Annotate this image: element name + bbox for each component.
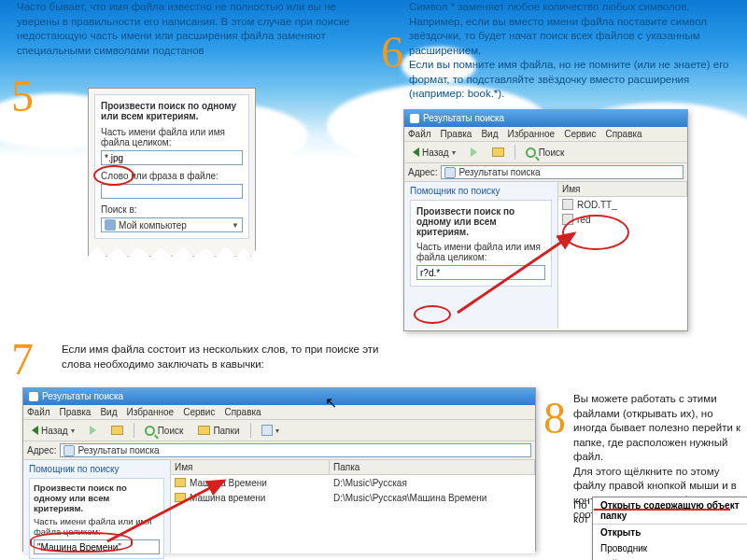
results-icon: [63, 445, 75, 456]
back-button[interactable]: Назад▾: [408, 146, 460, 160]
chevron-down-icon: ▼: [232, 221, 239, 230]
filename-input[interactable]: *.jpg: [101, 150, 243, 165]
folder-icon: [175, 478, 186, 487]
searchin-dropdown[interactable]: Мой компьютер ▼: [101, 217, 243, 232]
search-label: Поиск: [539, 147, 565, 158]
filename-label: Часть имени файла или имя файла целиком:: [416, 242, 545, 262]
up-icon: [111, 426, 123, 435]
results-list: Имя Папка Машина Времени D:\Music\Русска…: [171, 460, 535, 553]
up-button[interactable]: [106, 424, 128, 437]
section6-text: Символ * заменяет любое количество любых…: [409, 0, 734, 102]
menu-view[interactable]: Вид: [481, 129, 498, 139]
section8-tail-mid: кот: [573, 512, 589, 527]
menu-help[interactable]: Справка: [605, 129, 641, 139]
file-folder: D:\Music\Русская\Машина Времени: [333, 493, 486, 503]
ctx-explorer[interactable]: Проводник: [593, 540, 747, 556]
menu-edit[interactable]: Правка: [60, 407, 92, 417]
section-number-6: 6: [381, 26, 403, 77]
menu-tools[interactable]: Сервис: [183, 407, 215, 417]
ctx-find[interactable]: Найти...: [593, 556, 747, 560]
filename-label: Часть имени файла или имя файла целиком:: [101, 127, 243, 147]
results-list: Имя ROD.TT_ red: [558, 182, 687, 329]
back-label: Назад: [422, 147, 449, 158]
search-heading: Произвести поиск по одному или всем крит…: [416, 206, 545, 237]
address-bar: Адрес: Результаты поиска: [23, 441, 535, 460]
forward-icon: [90, 426, 96, 435]
forward-icon: [471, 147, 477, 157]
search-heading: Произвести поиск по одному или всем крит…: [34, 483, 160, 513]
address-label: Адрес:: [27, 445, 56, 455]
ctx-open-containing[interactable]: Открыть содержащую объект папку: [593, 497, 747, 525]
column-header-name[interactable]: Имя: [171, 460, 330, 475]
file-folder: D:\Music\Русская: [333, 478, 407, 488]
up-button[interactable]: [487, 146, 509, 159]
cursor-icon: ↖: [325, 394, 337, 412]
views-icon: [261, 425, 273, 436]
column-header-name[interactable]: Имя: [558, 182, 687, 197]
menubar: Файл Правка Вид Избранное Сервис Справка: [404, 127, 687, 142]
menu-help[interactable]: Справка: [224, 407, 261, 417]
address-value: Результаты поиска: [458, 167, 540, 177]
searchin-label: Поиск в:: [101, 204, 243, 215]
forward-button[interactable]: [466, 146, 482, 159]
file-name: Машина Времени: [190, 478, 333, 488]
file-icon: [562, 214, 573, 225]
menu-fav[interactable]: Избранное: [507, 129, 555, 139]
address-field[interactable]: Результаты поиска: [441, 165, 684, 179]
window-title: Результаты поиска: [423, 110, 504, 127]
section-number-8: 8: [543, 392, 566, 443]
filename-input[interactable]: "Машина Времени": [34, 539, 160, 554]
folders-icon: [198, 426, 210, 435]
menu-fav[interactable]: Избранное: [126, 407, 174, 417]
search-button[interactable]: Поиск: [521, 146, 570, 160]
menu-edit[interactable]: Правка: [441, 129, 472, 139]
back-button[interactable]: Назад▾: [27, 424, 79, 438]
ctx-open[interactable]: Открыть: [593, 525, 747, 540]
up-icon: [492, 147, 504, 157]
search-icon: [145, 426, 155, 436]
file-icon: [562, 199, 573, 210]
filename-input[interactable]: r?d.*: [416, 265, 545, 280]
phrase-label: Слово или фраза в файле:: [101, 171, 243, 181]
search-sidebar: Помощник по поиску Произвести поиск по о…: [23, 460, 171, 553]
file-name: red: [577, 215, 590, 225]
address-bar: Адрес: Результаты поиска: [404, 163, 687, 182]
phrase-input[interactable]: [101, 184, 243, 199]
folders-button[interactable]: Папки: [193, 424, 244, 438]
filename-value: r?d.*: [420, 268, 440, 278]
menu-file[interactable]: Файл: [408, 129, 431, 139]
column-header-folder[interactable]: Папка: [330, 460, 535, 475]
sidebar-head: Помощник по поиску: [23, 460, 170, 476]
address-label: Адрес:: [408, 167, 437, 177]
address-value: Результаты поиска: [78, 445, 159, 455]
filename-value: *.jpg: [105, 153, 123, 163]
window-title: Результаты поиска: [42, 388, 123, 405]
section-number-7: 7: [11, 333, 34, 385]
context-menu: Открыть содержащую объект папку Открыть …: [592, 497, 747, 560]
section-number-5: 5: [11, 70, 34, 121]
menu-tools[interactable]: Сервис: [564, 129, 596, 139]
search-icon: [526, 147, 536, 158]
address-field[interactable]: Результаты поиска: [60, 443, 531, 457]
back-icon: [413, 147, 419, 157]
toolbar: Назад▾ Поиск: [404, 142, 687, 163]
file-row[interactable]: red: [558, 212, 687, 227]
folders-label: Папки: [213, 426, 239, 436]
file-row[interactable]: Машина времени D:\Music\Русская\Машина В…: [171, 490, 535, 505]
section8-tail-left: По: [573, 498, 587, 513]
search-label: Поиск: [158, 426, 184, 436]
results-window-small: Результаты поиска Файл Правка Вид Избран…: [403, 109, 688, 331]
menubar: Файл Правка Вид Избранное Сервис Справка: [23, 405, 535, 420]
menu-file[interactable]: Файл: [27, 407, 50, 417]
forward-button[interactable]: [85, 424, 101, 437]
window-icon: [410, 114, 419, 123]
window-titlebar[interactable]: Результаты поиска: [23, 388, 535, 405]
section7-text: Если имя файла состоит из нескольких сло…: [62, 343, 379, 371]
search-assistant-panel: Произвести поиск по одному или всем крит…: [88, 88, 256, 257]
search-button[interactable]: Поиск: [140, 424, 189, 438]
window-titlebar[interactable]: Результаты поиска: [404, 110, 687, 127]
views-button[interactable]: ▾: [257, 423, 284, 438]
menu-view[interactable]: Вид: [100, 407, 117, 417]
file-row[interactable]: Машина Времени D:\Music\Русская: [171, 475, 535, 490]
file-row[interactable]: ROD.TT_: [558, 197, 687, 212]
